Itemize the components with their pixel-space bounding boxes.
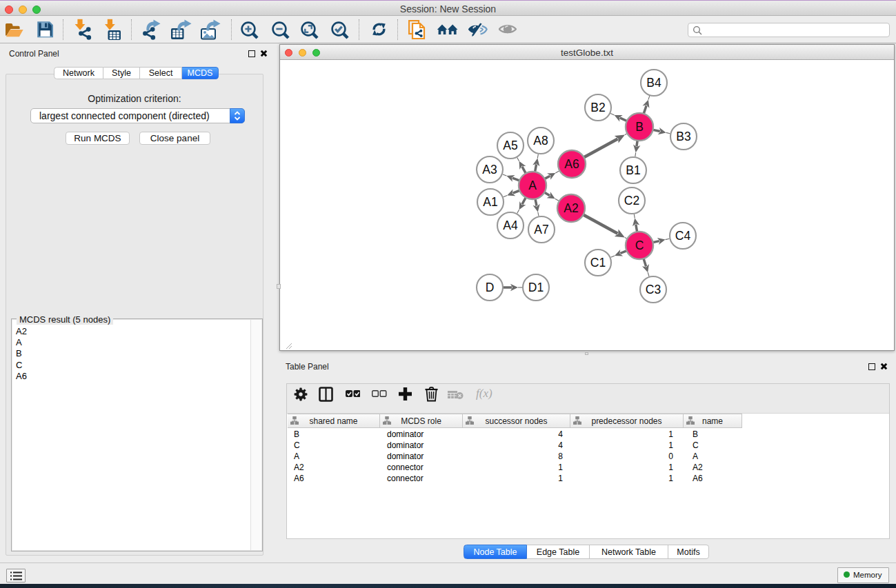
svg-text:D1: D1 (528, 281, 544, 294)
svg-text:B3: B3 (676, 130, 690, 143)
svg-text:A: A (528, 179, 537, 192)
svg-text:D: D (486, 281, 495, 294)
svg-text:A1: A1 (483, 195, 497, 209)
svg-text:A2: A2 (564, 201, 578, 215)
svg-text:A5: A5 (503, 139, 517, 152)
svg-text:B4: B4 (646, 76, 661, 90)
svg-text:C: C (635, 239, 644, 252)
svg-text:B2: B2 (590, 101, 605, 114)
svg-text:B1: B1 (626, 163, 640, 177)
svg-text:C1: C1 (590, 256, 606, 270)
svg-text:A3: A3 (482, 163, 497, 176)
svg-text:C4: C4 (675, 229, 691, 243)
svg-text:B: B (635, 120, 644, 134)
svg-text:C3: C3 (646, 283, 661, 296)
svg-text:A4: A4 (503, 219, 518, 232)
svg-text:A7: A7 (534, 223, 548, 236)
svg-text:C2: C2 (624, 194, 639, 207)
svg-text:A6: A6 (564, 157, 579, 171)
svg-text:A8: A8 (533, 134, 548, 148)
